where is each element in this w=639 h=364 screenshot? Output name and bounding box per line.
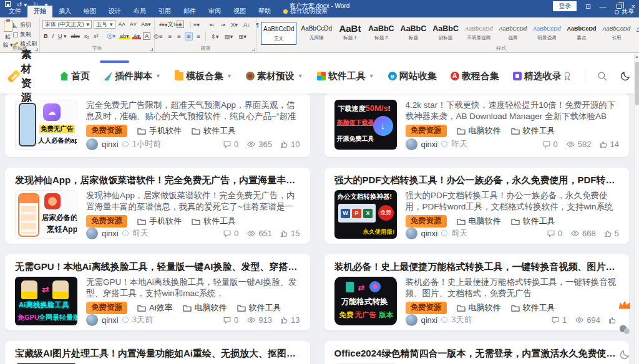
- avatar[interactable]: [86, 138, 98, 150]
- article-thumbnail[interactable]: ☁ 免费无广告 人人必备的app: [15, 100, 77, 150]
- feedback-chat-fab[interactable]: [617, 322, 633, 338]
- tag-category[interactable]: 软件工具: [511, 125, 555, 136]
- change-case-button[interactable]: Aa▾: [140, 21, 152, 27]
- tab-review[interactable]: 审阅: [202, 6, 227, 17]
- tab-references[interactable]: 引用: [152, 6, 177, 17]
- ribbon-display-options-icon[interactable]: ⊡: [585, 3, 590, 10]
- justify-button[interactable]: ≡: [185, 32, 193, 41]
- bold-button[interactable]: B: [42, 33, 49, 39]
- article-title[interactable]: 发现神仙App，居家做饭菜谱软件！完全免费无广告，内置海量丰富的菜谱信息，我真的…: [15, 174, 300, 186]
- author-name[interactable]: qinxi: [421, 140, 438, 149]
- tag-category[interactable]: 软件工具: [237, 302, 281, 314]
- page-scrollbar[interactable]: ▲: [634, 53, 639, 364]
- author-name[interactable]: qinxi: [102, 140, 119, 149]
- tag-category[interactable]: 软件工具: [511, 216, 555, 227]
- article-title[interactable]: 宝藏级AI图片处理工具！内置海量功能如Ai重绘、无损放大、抠图、照片上色等，且全…: [15, 347, 300, 360]
- article-card[interactable]: 发现神仙App，居家做饭菜谱软件！完全免费无广告，内置海量丰富的菜谱信息，我真的…: [5, 168, 310, 244]
- style-title[interactable]: AaBbC标题: [399, 22, 429, 45]
- tag-category[interactable]: 电脑软件: [457, 302, 501, 314]
- align-left-button[interactable]: ≡: [157, 33, 165, 40]
- author-name[interactable]: qinxi: [421, 229, 438, 238]
- tag-free-resource[interactable]: 免费资源: [86, 215, 127, 228]
- bullets-button[interactable]: •≡▾: [157, 21, 170, 28]
- tag-category[interactable]: Ai效率: [137, 302, 173, 314]
- style-heading1[interactable]: AaBt标题 1: [336, 22, 364, 45]
- paste-button[interactable]: 粘贴 ▾: [2, 19, 13, 45]
- share-button[interactable]: 共享: [615, 7, 634, 16]
- vip-crown-fab[interactable]: [617, 297, 633, 313]
- article-thumbnail[interactable]: 下载速度50M/s! 高颜值下载器 开源免费工具 ↓: [334, 100, 397, 150]
- style-strong[interactable]: AaBbCcDd要点: [565, 22, 598, 45]
- borders-button[interactable]: ⊞▾: [237, 33, 248, 40]
- tab-help[interactable]: 帮助: [252, 6, 277, 17]
- scroll-up-icon[interactable]: ▲: [635, 53, 639, 60]
- style-intense-quote[interactable]: AaBbCcDd明显引用: [635, 22, 639, 45]
- style-subtitle[interactable]: AaBbC副标题: [431, 22, 461, 45]
- article-thumbnail[interactable]: ⇄ Ai离线换脸工具 免GPU 全网最轻量版: [15, 277, 77, 325]
- sort-button[interactable]: A↓: [241, 21, 252, 28]
- article-card[interactable]: 装机必备！史上最便捷万能格式转换工具，一键转换音视频、图片、文档格式，免费无广告…: [324, 254, 630, 330]
- align-center-button[interactable]: ≡: [167, 33, 174, 40]
- search-icon[interactable]: [597, 68, 608, 84]
- tab-layout[interactable]: 布局: [127, 6, 152, 17]
- tag-category[interactable]: 软件工具: [192, 125, 236, 136]
- dark-mode-moon-fab[interactable]: [617, 347, 633, 363]
- style-heading2[interactable]: AaBbC标题 2: [366, 22, 396, 45]
- cut-button[interactable]: 剪切: [13, 21, 37, 29]
- font-size-select[interactable]: 五号▾: [94, 20, 115, 29]
- author-name[interactable]: qinxi: [102, 229, 119, 238]
- tab-file[interactable]: 文件: [2, 6, 27, 17]
- tab-insert[interactable]: 插入: [52, 6, 77, 17]
- nav-software[interactable]: 软件工具▼: [317, 70, 374, 82]
- nav-tutorials[interactable]: A教程合集: [451, 70, 499, 82]
- author-name[interactable]: qinxi: [102, 315, 119, 325]
- tab-mailings[interactable]: 邮件: [177, 6, 202, 17]
- italic-button[interactable]: I: [51, 33, 56, 39]
- tab-design[interactable]: 设计: [102, 6, 127, 17]
- decrease-indent-button[interactable]: ⇤: [208, 21, 217, 28]
- superscript-button[interactable]: x²: [92, 33, 100, 39]
- article-thumbnail[interactable]: 居家必备的 烹饪App: [15, 190, 77, 239]
- strikethrough-button[interactable]: abc: [70, 33, 82, 39]
- article-title[interactable]: Office2024绿色精简四合一版本，无需登录，内置激活永久免费使用！办公一族…: [334, 347, 620, 360]
- tell-me-search[interactable]: 操作说明搜索: [283, 7, 328, 17]
- article-card[interactable]: 宝藏级AI图片处理工具！内置海量功能如Ai重绘、无损放大、抠图、照片上色等，且全…: [5, 341, 310, 364]
- character-shading-icon[interactable]: A: [143, 32, 150, 40]
- asian-layout-button[interactable]: X▾: [229, 21, 240, 28]
- article-card[interactable]: 强大的PDF文档转换工具！办公一族必备，永久免费使用，PDF转word工具，文档…: [324, 168, 630, 244]
- font-dialog-launcher[interactable]: [150, 48, 153, 51]
- tag-category[interactable]: 软件工具: [192, 216, 236, 227]
- article-title[interactable]: 装机必备！史上最便捷万能格式转换工具，一键转换音视频、图片、文档格式，免费无广告…: [334, 261, 620, 273]
- nav-websites[interactable]: e网站收集: [388, 70, 437, 82]
- avatar[interactable]: [406, 314, 417, 326]
- tag-category[interactable]: 手机软件: [137, 216, 182, 227]
- login-button[interactable]: 登录: [553, 1, 577, 11]
- style-normal[interactable]: AaBbCcDd正文: [261, 22, 296, 45]
- tag-free-resource[interactable]: 免费资源: [406, 215, 447, 228]
- tab-draw[interactable]: 绘图: [77, 6, 102, 17]
- nav-templates[interactable]: 模板合集▼: [175, 70, 232, 82]
- medal-icon[interactable]: [562, 68, 573, 84]
- shrink-font-button[interactable]: A˅: [129, 21, 138, 27]
- distribute-button[interactable]: ≡: [195, 33, 202, 40]
- align-right-button[interactable]: ≡: [175, 33, 183, 40]
- style-intense-emphasis[interactable]: AaBbCcDd明显强调: [531, 22, 563, 45]
- article-title[interactable]: 无需GPU！本地Ai离线换脸工具，轻量版一键AI换脸、发型、穿搭工具，支持win…: [15, 261, 300, 273]
- style-quote[interactable]: AaBbCcDd引用: [601, 22, 633, 45]
- dark-mode-moon-icon[interactable]: [620, 68, 632, 84]
- underline-button[interactable]: U ▾: [57, 33, 68, 39]
- numbering-button[interactable]: ¹≡▾: [172, 21, 183, 28]
- avatar[interactable]: [86, 228, 98, 239]
- tab-view[interactable]: 视图: [227, 6, 252, 17]
- tag-category[interactable]: 手机软件: [137, 125, 182, 136]
- tag-free-resource[interactable]: 免费资源: [406, 125, 447, 137]
- tag-free-resource[interactable]: 免费资源: [86, 125, 127, 137]
- grow-font-button[interactable]: A˄: [117, 21, 127, 27]
- style-emphasis[interactable]: AaBbCcDd强调: [497, 22, 529, 45]
- text-effects-button[interactable]: Ⓐ▾: [106, 32, 117, 41]
- article-thumbnail[interactable]: 办公文档转换神器! W P X 免费 永久使用版!: [334, 190, 397, 239]
- article-card[interactable]: 下载速度50M/s! 高颜值下载器 开源免费工具 ↓ 4.2k star！下载更…: [324, 93, 630, 157]
- style-no-spacing[interactable]: AaBbCcDd无间隔: [299, 22, 333, 45]
- article-card[interactable]: 无需GPU！本地Ai离线换脸工具，轻量版一键AI换脸、发型、穿搭工具，支持win…: [5, 254, 310, 330]
- article-card[interactable]: Office2024绿色精简四合一版本，无需登录，内置激活永久免费使用！办公一族…: [324, 341, 630, 364]
